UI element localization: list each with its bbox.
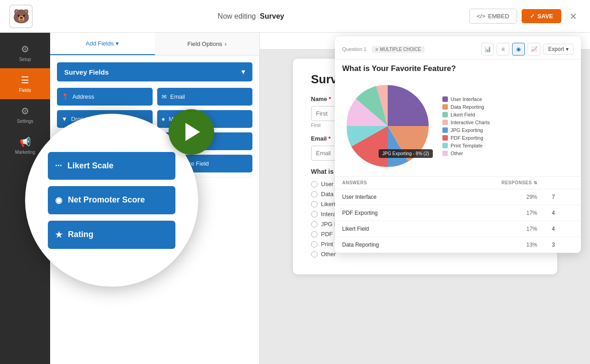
tab-field-options[interactable]: Field Options › xyxy=(155,33,260,55)
percent-cell: 13% xyxy=(441,237,544,253)
answer-cell: PDF Exporting xyxy=(335,205,441,221)
chart-area: JPG Exporting - 8% (2) User Interface Da… xyxy=(335,76,581,176)
settings-icon: ⚙ xyxy=(21,106,29,116)
sidebar-marketing-label: Marketing xyxy=(15,150,35,155)
legend-item-2: Likert Field xyxy=(442,112,490,117)
header-actions: </> EMBED ✓ SAVE ✕ xyxy=(469,9,581,24)
count-cell: 4 xyxy=(544,205,581,221)
play-triangle-icon xyxy=(185,123,200,141)
legend-area: User Interface Data Reporting Likert Fie… xyxy=(442,81,490,172)
answer-cell: Data Reporting xyxy=(335,237,441,253)
survey-fields-header[interactable]: Survey Fields ▾ xyxy=(57,62,252,81)
field-btn-email[interactable]: ✉ Email xyxy=(157,88,253,106)
radio-icon xyxy=(311,181,318,187)
radio-icon xyxy=(311,251,318,258)
header-bar: 🐻 Now editing Survey </> EMBED ✓ SAVE ✕ xyxy=(0,0,590,33)
count-cell: 4 xyxy=(544,221,581,237)
legend-item-5: PDF Exporting xyxy=(442,135,490,141)
col-answers: ANSWERS xyxy=(335,177,441,189)
app-container: 🐻 Now editing Survey </> EMBED ✓ SAVE ✕ … xyxy=(0,0,590,364)
legend-color-2 xyxy=(442,112,448,117)
analytics-toolbar: 📊 ≡ ◉ 📈 Export ▾ xyxy=(481,43,574,56)
logo-bear: 🐻 xyxy=(9,5,33,28)
tab-add-fields[interactable]: Add Fields ▾ xyxy=(50,33,155,55)
legend-color-5 xyxy=(442,135,448,141)
email-icon: ✉ xyxy=(162,93,167,100)
survey-name: Survey xyxy=(260,12,284,20)
nps-icon: ◉ xyxy=(55,195,62,205)
percent-cell: 17% xyxy=(441,205,544,221)
legend-color-7 xyxy=(442,151,448,156)
radio-icon xyxy=(311,221,318,228)
rating-button[interactable]: ★ Rating xyxy=(48,221,175,249)
table-row: Likert Field 17% 4 xyxy=(335,221,581,237)
legend-item-1: Data Reporting xyxy=(442,104,490,110)
table-row: User Interface 29% 7 xyxy=(335,189,581,205)
sidebar-fields-label: Fields xyxy=(19,88,31,93)
header-title: Now editing Survey xyxy=(218,12,284,20)
editing-label: Now editing xyxy=(218,12,256,20)
analytics-card: Question 1 ≡ MULTIPLE CHOICE 📊 ≡ ◉ 📈 Exp… xyxy=(335,36,581,253)
chevron-down-icon: ▾ xyxy=(241,68,245,76)
table-row: PDF Exporting 17% 4 xyxy=(335,205,581,221)
answer-cell: User Interface xyxy=(335,189,441,205)
analytics-header: Question 1 ≡ MULTIPLE CHOICE 📊 ≡ ◉ 📈 Exp… xyxy=(335,36,581,60)
address-icon: 📍 xyxy=(62,93,69,100)
legend-color-4 xyxy=(442,127,448,133)
radio-icon xyxy=(311,191,318,197)
sidebar-setup-label: Setup xyxy=(19,57,31,62)
pie-chart: JPG Exporting - 8% (2) xyxy=(342,81,433,172)
legend-item-7: Other xyxy=(442,151,490,156)
data-table: ANSWERS RESPONSES ⇅ User Interface 29% 7… xyxy=(335,176,581,253)
legend-color-3 xyxy=(442,120,448,125)
area-chart-icon-btn[interactable]: 📈 xyxy=(528,43,540,56)
radio-icon xyxy=(311,241,318,248)
play-button[interactable] xyxy=(169,109,214,155)
setup-icon: ⚙ xyxy=(21,44,29,55)
close-button[interactable]: ✕ xyxy=(566,9,581,24)
question-number: Question 1 xyxy=(342,46,366,52)
likert-icon: ··· xyxy=(55,161,62,171)
radio-icon xyxy=(311,211,318,217)
col-responses: RESPONSES ⇅ xyxy=(441,177,544,189)
sidebar-item-settings[interactable]: ⚙ Settings xyxy=(0,99,50,130)
legend-item-3: Interactive Charts xyxy=(442,120,490,125)
marketing-icon: 📢 xyxy=(20,136,31,147)
analytics-question-title: What is Your Favorite Feature? xyxy=(335,60,581,76)
multiple-choice-icon: ● xyxy=(162,116,165,122)
radio-icon xyxy=(311,201,318,207)
answer-cell: Likert Field xyxy=(335,221,441,237)
chart-tooltip: JPG Exporting - 8% (2) xyxy=(379,149,433,158)
check-icon: ✓ xyxy=(530,13,535,20)
likert-scale-button[interactable]: ··· Likert Scale xyxy=(48,152,175,180)
sidebar-item-fields[interactable]: ☰ Fields xyxy=(0,68,50,99)
bar-chart-icon-btn[interactable]: 📊 xyxy=(481,43,494,56)
table-row: Data Reporting 13% 3 xyxy=(335,237,581,253)
count-cell: 3 xyxy=(544,237,581,253)
count-cell: 7 xyxy=(544,189,581,205)
legend-color-0 xyxy=(442,96,448,102)
sidebar-settings-label: Settings xyxy=(17,119,33,124)
field-btn-address[interactable]: 📍 Address xyxy=(57,88,153,106)
pie-chart-icon-btn[interactable]: ◉ xyxy=(512,43,525,56)
legend-color-6 xyxy=(442,143,448,148)
legend-color-1 xyxy=(442,104,448,110)
list-icon: ≡ xyxy=(375,47,378,52)
question-type-badge: ≡ MULTIPLE CHOICE xyxy=(372,46,425,53)
chevron-down-icon: ▾ xyxy=(566,46,569,52)
radio-icon xyxy=(311,231,318,238)
save-button[interactable]: ✓ SAVE xyxy=(522,9,561,23)
embed-icon: </> xyxy=(477,13,486,20)
embed-button[interactable]: </> EMBED xyxy=(469,9,517,24)
sidebar-item-setup[interactable]: ⚙ Setup xyxy=(0,37,50,68)
legend-item-0: User Interface xyxy=(442,96,490,102)
fields-icon: ☰ xyxy=(21,75,29,86)
list-view-icon-btn[interactable]: ≡ xyxy=(497,43,509,56)
nps-button[interactable]: ◉ Net Promoter Score xyxy=(48,186,175,214)
export-button[interactable]: Export ▾ xyxy=(543,44,574,55)
percent-cell: 17% xyxy=(441,221,544,237)
fields-tab-bar: Add Fields ▾ Field Options › xyxy=(50,33,259,56)
dropdown-icon: ▼ xyxy=(62,116,67,122)
header-logo: 🐻 xyxy=(9,5,33,28)
legend-item-6: Print Template xyxy=(442,143,490,148)
